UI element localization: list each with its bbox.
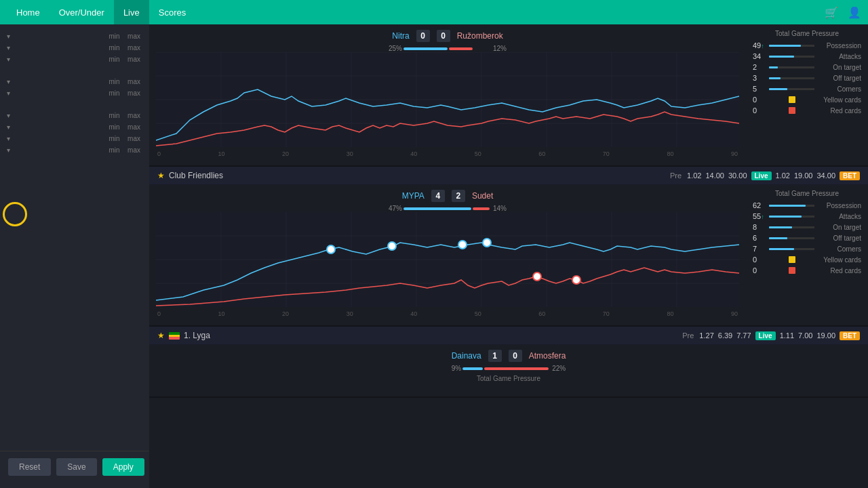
chart-area-1: Nitra 0 0 Ružomberok 25% 12% [149, 30, 746, 157]
axis-60: 60 [538, 310, 545, 317]
pct-home-1: 25% [389, 45, 402, 52]
team-home-name-2: MYPA [402, 191, 425, 201]
save-button[interactable]: Save [56, 458, 96, 476]
nav-overunder[interactable]: Over/Under [50, 0, 114, 24]
filter-min-label: min [106, 112, 123, 119]
live-odds-3: 19.00 [816, 331, 835, 340]
filter-min-label: min [106, 44, 123, 52]
axis-90: 90 [731, 150, 738, 157]
filter-max-label: max [125, 33, 142, 40]
score-home-3: 1 [488, 350, 502, 362]
stat-label: Red cards [817, 267, 861, 274]
user-icon[interactable]: 👤 [848, 6, 861, 19]
stat-row: 6 Off target [753, 234, 861, 242]
pct-home-3: 9% [452, 365, 461, 372]
chevron-icon: ▾ [7, 89, 10, 97]
stat-row: 8 On target [753, 223, 861, 231]
axis-70: 70 [603, 310, 610, 317]
stat-label: Corners [817, 85, 861, 93]
axis-10: 10 [218, 310, 225, 317]
axis-80: 80 [667, 150, 673, 157]
filter-min-label: min [106, 123, 123, 131]
axis-70: 70 [603, 150, 610, 157]
stat-row: 62 Possession [753, 201, 861, 209]
filter-controls: min max [106, 146, 142, 154]
stat-label: Yellow cards [817, 256, 861, 264]
chevron-icon: ▾ [7, 135, 10, 142]
league-label-3: 1. Lyga [184, 331, 210, 340]
progress-1: 25% 12% [156, 45, 739, 52]
stat-bar [769, 88, 814, 90]
score-row-2: MYPA 4 2 Sudet [156, 190, 739, 202]
filter-row: ▾ min max [7, 146, 142, 154]
stat-num: 0 [753, 106, 766, 115]
stat-bar [769, 226, 814, 228]
stat-row: 49↑ Possession [753, 41, 861, 49]
axis-20: 20 [282, 150, 289, 157]
sidebar-action-buttons: Reset Save Apply [0, 451, 149, 483]
league-header-3: ★ 1. Lyga Pre 1.27 6.39 7.77 Live 1.11 7… [149, 327, 868, 344]
chevron-icon: ▾ [7, 146, 10, 154]
stat-label: Off target [817, 235, 861, 242]
event-marker-red [533, 272, 541, 281]
filter-max-label: max [125, 89, 142, 97]
filter-controls: min max [106, 78, 142, 85]
stat-row-red-2: 0 Red cards [753, 266, 861, 274]
cart-icon[interactable]: 🛒 [825, 6, 838, 19]
match-block-3: ★ 1. Lyga Pre 1.27 6.39 7.77 Live 1.11 7… [149, 327, 868, 398]
filter-max-label: max [125, 135, 142, 142]
pre-odds-3: 30.00 [728, 171, 747, 180]
nav-live[interactable]: Live [114, 0, 149, 24]
stat-bar [769, 237, 814, 239]
bet-badge-3[interactable]: BET [840, 331, 860, 340]
odds-row-3: Pre 1.27 6.39 7.77 Live 1.11 7.00 19.00 … [682, 331, 860, 340]
stat-num: 3 [753, 74, 766, 82]
nav-scores[interactable]: Scores [149, 0, 195, 24]
stat-bar [769, 77, 814, 79]
pre-odds-1: 1.02 [687, 171, 701, 180]
stat-row: 3 Off target [753, 74, 861, 82]
stat-num: 6 [753, 234, 766, 242]
stat-num: 2 [753, 63, 766, 71]
filter-row: ▾ min max [7, 89, 142, 97]
filter-controls: min max [106, 112, 142, 119]
pre-odds-1: 1.27 [699, 331, 713, 340]
match-block-2: ★ Club Friendlies Pre 1.02 14.00 30.00 L… [149, 167, 868, 327]
nav-home[interactable]: Home [7, 0, 50, 24]
score-away-3: 0 [509, 350, 522, 362]
chevron-icon: ▾ [7, 123, 10, 131]
chart-area-3: Dainava 1 0 Atmosfera 9% 22% [149, 350, 868, 388]
filter-row: ▾ min max [7, 44, 142, 52]
filter-min-label: min [106, 135, 123, 142]
stats-title-2: Total Game Pressure [753, 190, 861, 197]
league-name-2: ★ Club Friendlies [157, 171, 223, 180]
pct-away-2: 14% [493, 205, 507, 212]
filter-controls: min max [106, 56, 142, 63]
chevron-icon: ▾ [7, 78, 10, 85]
axis-30: 30 [347, 150, 353, 157]
axis-90: 90 [731, 310, 738, 317]
live-odds-2: 19.00 [794, 171, 813, 180]
star-icon: ★ [157, 331, 165, 340]
axis-40: 40 [410, 150, 417, 157]
bet-badge-2[interactable]: BET [840, 171, 860, 180]
stat-bar [769, 205, 814, 207]
stat-label: Attacks [817, 53, 861, 60]
stat-num: 62 [753, 201, 766, 209]
filter-row: ▾ min max [7, 78, 142, 85]
league-name-3: ★ 1. Lyga [157, 331, 210, 340]
stat-row: 34 Attacks [753, 52, 861, 60]
reset-button[interactable]: Reset [8, 458, 51, 476]
filter-group-1: ▾ min max ▾ min max ▾ min [0, 30, 149, 70]
score-away-2: 2 [452, 190, 465, 202]
sidebar: ▾ min max ▾ min max ▾ min [0, 24, 149, 488]
axis-50: 50 [475, 310, 481, 317]
stat-label: Yellow cards [817, 96, 861, 104]
stat-num: 0 [753, 266, 766, 274]
stats-title-1: Total Game Pressure [753, 30, 861, 37]
live-odds-3: 34.00 [816, 171, 835, 180]
odds-row-2: Pre 1.02 14.00 30.00 Live 1.02 19.00 34.… [670, 171, 860, 180]
apply-button[interactable]: Apply [102, 458, 144, 476]
stat-label: Attacks [817, 213, 861, 220]
axis-0: 0 [157, 150, 161, 157]
